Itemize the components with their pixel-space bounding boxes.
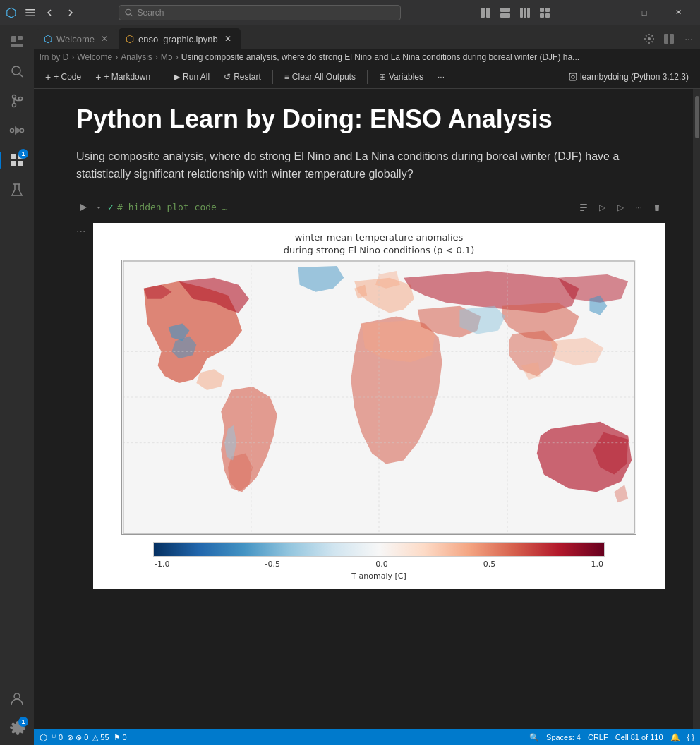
svg-line-20 [20, 74, 23, 78]
encoding-label: CRLF [588, 733, 608, 741]
toolbar-separator-2 [272, 70, 273, 84]
cell-format-button[interactable] [576, 200, 591, 215]
sidebar-item-run-debug[interactable] [3, 116, 31, 145]
tab-welcome[interactable]: ⬡ Welcome ✕ [37, 28, 117, 49]
restart-label: Restart [234, 72, 261, 82]
variables-button[interactable]: ⊞ Variables [373, 68, 429, 85]
status-cell-position[interactable]: Cell 81 of 110 [615, 733, 663, 741]
colorbar-label-3: 0.0 [375, 559, 388, 569]
notebook-subtitle: Using composite analysis, where do stron… [76, 147, 665, 183]
explorer-icon [9, 34, 25, 49]
restart-button[interactable]: ↺ Restart [218, 68, 267, 85]
cell-run-above-button[interactable]: ▷ [594, 200, 610, 215]
variables-label: Variables [389, 72, 423, 82]
status-errors[interactable]: ⊗ ⊗ 0 [67, 733, 88, 742]
layout-btn-1[interactable] [477, 5, 494, 20]
run-all-button[interactable]: ▶ Run All [168, 68, 215, 85]
status-vscode-icon[interactable]: ⬡ [40, 732, 47, 743]
sidebar-item-explorer[interactable] [3, 28, 31, 56]
output-expand-button[interactable]: ··· [76, 226, 85, 237]
status-spaces[interactable]: Spaces: 4 [546, 733, 581, 741]
status-encoding[interactable]: CRLF [588, 733, 608, 741]
cell-status: ✓ [107, 202, 114, 212]
layout-controls [477, 5, 553, 20]
sidebar-item-search[interactable] [3, 57, 31, 85]
cell-chevron[interactable] [93, 202, 104, 213]
layout-btn-3[interactable] [517, 5, 533, 20]
status-git[interactable]: ⑂ 0 [52, 733, 63, 741]
breadcrumb-part-2: Welcome [77, 52, 112, 62]
clear-icon: ≡ [284, 72, 289, 82]
colorbar-label-1: -1.0 [155, 559, 169, 569]
notebook-tab-close[interactable]: ✕ [222, 33, 234, 44]
minimize-button[interactable]: ─ [594, 0, 627, 25]
notebook-toolbar: + + Code + + Markdown ▶ Run All ↺ Restar… [34, 65, 700, 89]
svg-rect-18 [11, 44, 23, 47]
layout-btn-2[interactable] [497, 5, 514, 20]
add-code-button[interactable]: + + Code [40, 68, 87, 85]
svg-rect-33 [664, 34, 668, 44]
notebook-tab-icon: ⬡ [126, 33, 134, 44]
layout-btn-4[interactable] [536, 5, 553, 20]
more-actions-button[interactable]: ··· [680, 31, 697, 47]
tab-notebook[interactable]: ⬡ enso_graphic.ipynb ✕ [119, 28, 241, 49]
app-icon: ⬡ [6, 5, 17, 20]
close-button[interactable]: ✕ [662, 0, 694, 25]
sidebar-item-testing[interactable] [3, 176, 31, 204]
search-input[interactable] [137, 8, 394, 18]
svg-rect-16 [11, 36, 16, 42]
cell-run-below-button[interactable]: ▷ [612, 200, 628, 215]
forward-button[interactable] [62, 5, 78, 20]
clear-outputs-button[interactable]: ≡ Clear All Outputs [279, 68, 361, 85]
split-editor-button[interactable] [660, 31, 677, 47]
breadcrumb-part-4: Mↄ [161, 52, 173, 62]
back-button[interactable] [42, 5, 58, 20]
cell-delete-button[interactable] [649, 200, 665, 215]
kernel-selector[interactable]: learnbydoing (Python 3.12.3) [563, 68, 694, 85]
sidebar-item-account[interactable] [3, 684, 31, 713]
run-debug-icon [9, 123, 25, 138]
hamburger-button[interactable] [23, 5, 38, 20]
colorbar-label-2: -0.5 [265, 559, 280, 569]
scroll-thumb[interactable] [695, 96, 699, 138]
status-warnings[interactable]: △ 55 [92, 733, 109, 742]
status-notifications[interactable]: 🔔 [670, 733, 680, 742]
cell-more-button[interactable]: ··· [631, 200, 646, 215]
svg-point-36 [572, 75, 574, 78]
vscode-logo: ⬡ [40, 732, 47, 743]
colorbar-labels: -1.0 -0.5 0.0 0.5 1.0 [153, 559, 605, 569]
breadcrumb-part-3: Analysis [121, 52, 152, 62]
settings-gear-button[interactable] [641, 31, 658, 47]
svg-point-32 [648, 37, 651, 40]
zoom-icon: 🔍 [529, 733, 539, 742]
welcome-tab-label: Welcome [56, 34, 95, 44]
svg-line-4 [131, 13, 133, 16]
cell-run-button[interactable] [76, 200, 90, 214]
sidebar-item-source-control[interactable] [3, 87, 31, 115]
editor-area: ⬡ Welcome ✕ ⬡ enso_graphic.ipynb ✕ [34, 25, 700, 745]
search-bar[interactable] [119, 5, 401, 20]
status-bar-left: ⬡ ⑂ 0 ⊗ ⊗ 0 △ 55 ⚑ 0 [40, 732, 127, 743]
svg-rect-12 [540, 8, 544, 12]
status-info[interactable]: ⚑ 0 [114, 733, 127, 742]
sidebar-item-settings[interactable]: 1 [3, 714, 31, 742]
svg-rect-15 [545, 13, 550, 18]
svg-rect-2 [25, 15, 35, 16]
svg-point-21 [13, 95, 16, 99]
svg-rect-28 [11, 161, 16, 166]
add-markdown-button[interactable]: + + Markdown [90, 68, 156, 85]
more-toolbar-button[interactable]: ··· [432, 68, 450, 85]
sidebar-item-extensions[interactable]: 1 [3, 146, 31, 174]
output-cell: ··· winter mean temperature anomalies du… [93, 223, 665, 589]
scrollbar[interactable] [693, 89, 700, 729]
svg-rect-6 [486, 8, 490, 18]
git-branch: 0 [59, 733, 63, 741]
welcome-tab-close[interactable]: ✕ [99, 33, 110, 44]
run-all-label: Run All [183, 72, 210, 82]
extensions-badge: 1 [18, 149, 28, 159]
status-zoom[interactable]: 🔍 [529, 733, 539, 742]
kernel-info[interactable]: learnbydoing (Python 3.12.3) [563, 68, 694, 85]
maximize-button[interactable]: □ [628, 0, 660, 25]
titlebar-left-controls [23, 5, 78, 20]
status-brackets[interactable]: { } [687, 733, 694, 741]
